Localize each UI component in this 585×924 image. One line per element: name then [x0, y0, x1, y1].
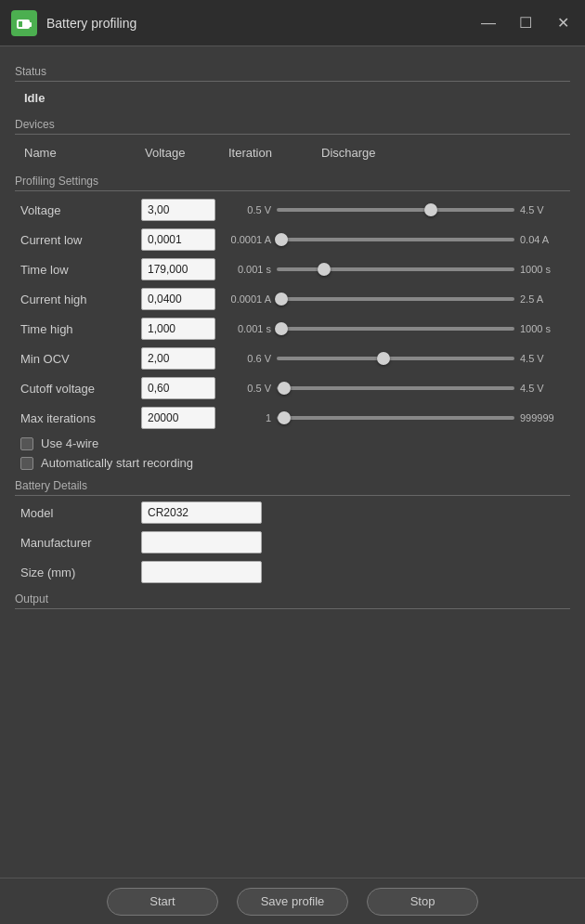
devices-col-discharge: Discharge: [321, 146, 414, 160]
slider-thumb-2[interactable]: [318, 263, 331, 276]
slider-max-0: 4.5 V: [520, 204, 565, 215]
setting-input-7[interactable]: [141, 407, 215, 429]
svg-rect-2: [19, 21, 22, 27]
slider-max-7: 999999: [520, 412, 565, 423]
window-title: Battery profiling: [46, 16, 477, 31]
setting-label-3: Current high: [20, 293, 141, 306]
slider-min-4: 0.001 s: [227, 323, 271, 334]
slider-track-3[interactable]: [277, 297, 514, 301]
checkbox-label-0: Use 4-wire: [41, 436, 98, 450]
bottom-bar: Start Save profile Stop: [0, 878, 585, 924]
status-section-header: Status: [15, 65, 570, 82]
setting-slider-area-5: 0.6 V 4.5 V: [227, 353, 565, 364]
setting-row: Cutoff voltage 0.5 V 4.5 V: [15, 377, 570, 399]
slider-track-5[interactable]: [277, 357, 514, 360]
checkbox-row-0[interactable]: Use 4-wire: [20, 436, 565, 450]
setting-row: Voltage 0.5 V 4.5 V: [15, 199, 570, 221]
setting-label-7: Max iterations: [20, 411, 141, 425]
setting-row: Current low 0.0001 A 0.04 A: [15, 228, 570, 251]
setting-label-5: Min OCV: [20, 352, 141, 366]
battery-details-section-header: Battery Details: [15, 479, 570, 496]
setting-label-1: Current low: [20, 233, 141, 247]
battery-detail-input-0[interactable]: [141, 501, 262, 524]
start-button[interactable]: Start: [107, 888, 218, 916]
slider-max-2: 1000 s: [520, 264, 565, 275]
battery-detail-row-1: Manufacturer: [15, 531, 570, 553]
battery-detail-label-1: Manufacturer: [20, 536, 141, 550]
slider-track-6[interactable]: [277, 386, 514, 390]
setting-slider-area-6: 0.5 V 4.5 V: [227, 383, 565, 394]
devices-col-voltage: Voltage: [145, 146, 228, 160]
slider-track-1[interactable]: [277, 238, 514, 241]
main-content: Status Idle Devices Name Voltage Iterati…: [0, 46, 585, 878]
setting-row: Time low 0.001 s 1000 s: [15, 258, 570, 280]
slider-thumb-7[interactable]: [278, 411, 291, 424]
close-button[interactable]: ✕: [552, 12, 574, 34]
slider-max-6: 4.5 V: [520, 383, 565, 394]
setting-label-6: Cutoff voltage: [20, 382, 141, 396]
slider-min-5: 0.6 V: [227, 353, 271, 364]
setting-slider-area-2: 0.001 s 1000 s: [227, 264, 565, 275]
maximize-button[interactable]: ☐: [514, 12, 537, 34]
setting-slider-area-0: 0.5 V 4.5 V: [227, 204, 565, 215]
slider-min-0: 0.5 V: [227, 204, 271, 215]
slider-thumb-0[interactable]: [424, 203, 437, 216]
slider-thumb-6[interactable]: [278, 382, 291, 395]
setting-slider-area-3: 0.0001 A 2.5 A: [227, 293, 565, 305]
slider-min-2: 0.001 s: [227, 264, 271, 275]
profiling-settings: Voltage 0.5 V 4.5 V Current low 0.0001 A…: [15, 199, 570, 429]
profiling-section-header: Profiling Settings: [15, 175, 570, 191]
stop-button[interactable]: Stop: [367, 888, 478, 916]
setting-input-3[interactable]: [141, 288, 215, 310]
app-icon: [11, 10, 37, 36]
minimize-button[interactable]: —: [477, 12, 500, 34]
setting-slider-area-4: 0.001 s 1000 s: [227, 323, 565, 334]
devices-col-name: Name: [24, 146, 145, 160]
setting-slider-area-1: 0.0001 A 0.04 A: [227, 234, 565, 245]
battery-detail-input-1[interactable]: [141, 531, 262, 553]
setting-label-0: Voltage: [20, 203, 141, 217]
setting-input-6[interactable]: [141, 377, 215, 399]
slider-thumb-1[interactable]: [275, 233, 288, 246]
window-controls: — ☐ ✕: [477, 12, 574, 34]
output-section-header: Output: [15, 592, 570, 609]
slider-track-4[interactable]: [277, 327, 514, 331]
save-profile-button[interactable]: Save profile: [237, 888, 348, 916]
battery-detail-label-0: Model: [20, 506, 141, 520]
battery-detail-input-2[interactable]: [141, 561, 262, 583]
checkbox-1[interactable]: [20, 457, 33, 470]
devices-col-iteration: Iteration: [228, 146, 321, 160]
titlebar: Battery profiling — ☐ ✕: [0, 0, 585, 46]
slider-max-5: 4.5 V: [520, 353, 565, 364]
slider-track-2[interactable]: [277, 267, 514, 271]
setting-label-4: Time high: [20, 322, 141, 336]
slider-min-6: 0.5 V: [227, 383, 271, 394]
setting-input-2[interactable]: [141, 258, 215, 280]
slider-max-1: 0.04 A: [520, 234, 565, 245]
setting-input-1[interactable]: [141, 228, 215, 251]
checkbox-label-1: Automatically start recording: [41, 456, 193, 470]
slider-thumb-4[interactable]: [275, 322, 288, 335]
slider-thumb-5[interactable]: [377, 352, 390, 365]
slider-track-7[interactable]: [277, 416, 514, 420]
checkbox-0[interactable]: [20, 437, 33, 450]
devices-table-header: Name Voltage Iteration Discharge: [15, 140, 570, 165]
checkbox-row-1[interactable]: Automatically start recording: [20, 456, 565, 470]
setting-slider-area-7: 1 999999: [227, 412, 565, 423]
battery-detail-row-0: Model: [15, 501, 570, 524]
slider-max-4: 1000 s: [520, 323, 565, 334]
battery-detail-label-2: Size (mm): [20, 566, 141, 579]
setting-row: Current high 0.0001 A 2.5 A: [15, 288, 570, 310]
slider-max-3: 2.5 A: [520, 293, 565, 305]
svg-rect-1: [29, 22, 32, 27]
battery-detail-row-2: Size (mm): [15, 561, 570, 583]
setting-input-0[interactable]: [141, 199, 215, 221]
setting-label-2: Time low: [20, 263, 141, 277]
slider-thumb-3[interactable]: [275, 293, 288, 306]
slider-track-0[interactable]: [277, 208, 514, 212]
slider-min-7: 1: [227, 412, 271, 423]
setting-input-5[interactable]: [141, 347, 215, 370]
setting-row: Max iterations 1 999999: [15, 407, 570, 429]
slider-min-3: 0.0001 A: [227, 293, 271, 305]
setting-input-4[interactable]: [141, 318, 215, 340]
